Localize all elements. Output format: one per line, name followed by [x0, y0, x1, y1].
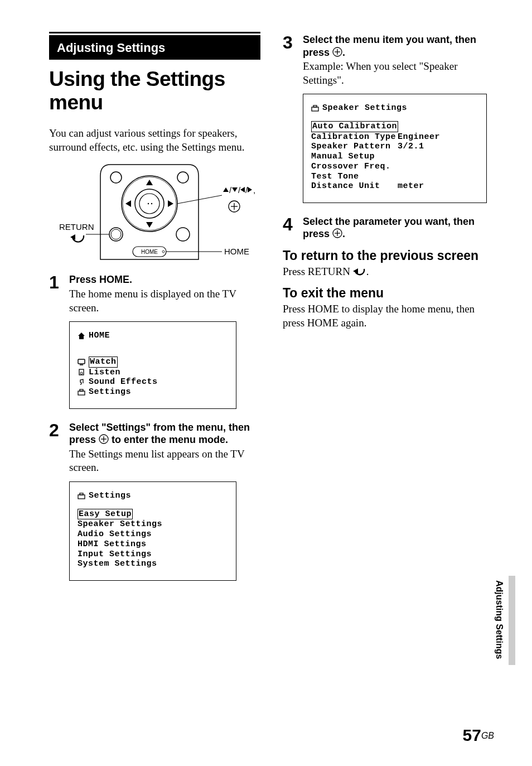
return-icon — [353, 267, 366, 277]
speaker-row-label: Auto Calibration — [311, 121, 398, 132]
exit-body: Press HOME to display the home menu, the… — [283, 302, 494, 330]
svg-marker-21 — [223, 187, 229, 192]
speaker-row-label: Crossover Freq. — [311, 162, 391, 171]
step3-desc: Example: When you select "Speaker Settin… — [303, 60, 494, 87]
svg-text:/: / — [229, 185, 232, 195]
step-number: 2 — [49, 421, 69, 439]
settings-item: HDMI Settings — [78, 539, 228, 550]
svg-text:/: / — [238, 185, 241, 195]
return-body: Press RETURN . — [283, 265, 494, 279]
home-icon — [78, 332, 85, 340]
speaker-settings-screenshot: Speaker Settings Auto Calibration Calibr… — [303, 94, 487, 203]
svg-point-36 — [80, 372, 83, 374]
intro-paragraph: You can adjust various settings for spea… — [49, 127, 260, 154]
enter-icon — [332, 47, 342, 57]
page-number: 57GB — [463, 726, 495, 745]
page-title: Using the Settings menu — [49, 68, 260, 114]
step2-desc: The Settings menu list appears on the TV… — [69, 447, 260, 475]
step-number: 3 — [283, 33, 303, 51]
screen-title: Settings — [89, 491, 131, 501]
speaker-row-label: Speaker Pattern — [311, 142, 398, 152]
remote-diagram: HOME RETURN / / / , — [55, 162, 255, 262]
svg-rect-33 — [78, 359, 85, 364]
enter-icon — [332, 228, 342, 238]
svg-rect-37 — [78, 391, 85, 395]
step4-heading: Select the parameter you want, then pres… — [303, 215, 494, 240]
side-tab-mark — [509, 576, 515, 665]
speaker-row-value: meter — [398, 181, 424, 191]
speaker-row-value: 3/2.1 — [398, 142, 424, 151]
home-button-label: HOME — [141, 249, 158, 255]
toolbox-icon — [78, 389, 85, 396]
enter-icon — [99, 434, 109, 444]
step1-heading: Press HOME. — [69, 273, 260, 286]
menu-item-watch: Watch — [89, 356, 118, 368]
svg-point-6 — [147, 203, 148, 204]
settings-item: Speaker Settings — [78, 519, 228, 529]
return-heading: To return to the previous screen — [283, 248, 494, 263]
settings-item: Audio Settings — [78, 529, 228, 539]
screen-title: HOME — [89, 331, 110, 341]
tv-icon — [78, 359, 85, 365]
svg-rect-42 — [78, 495, 85, 499]
svg-text:,: , — [253, 185, 255, 195]
toolbox-icon — [311, 105, 319, 112]
speaker-row-label: Calibration Type — [311, 132, 398, 142]
speaker-row-label: Test Tone — [311, 172, 359, 181]
menu-item-listen: Listen — [89, 368, 120, 378]
svg-point-7 — [151, 203, 152, 204]
svg-rect-48 — [313, 105, 317, 107]
note-icon — [78, 379, 85, 386]
step-number: 4 — [283, 215, 303, 233]
speaker-row-label: Manual Setup — [311, 152, 375, 161]
settings-item: Input Settings — [78, 550, 228, 560]
speaker-row-label: Distance Unit — [311, 181, 398, 191]
step2-heading: Select "Settings" from the menu, then pr… — [69, 421, 260, 446]
step3-heading: Select the menu item you want, then pres… — [303, 33, 494, 59]
step1-desc: The home menu is displayed on the TV scr… — [69, 287, 260, 315]
svg-marker-32 — [78, 333, 85, 339]
menu-item-settings: Settings — [89, 387, 131, 397]
svg-rect-43 — [80, 493, 83, 495]
section-header: Adjusting Settings — [49, 33, 260, 60]
settings-menu-screenshot: Settings Easy Setup Speaker Settings Aud… — [69, 481, 236, 581]
toolbox-icon — [78, 493, 85, 499]
exit-heading: To exit the menu — [283, 286, 494, 300]
svg-rect-38 — [80, 389, 83, 391]
side-tab: Adjusting Settings — [494, 580, 504, 659]
home-label: HOME — [224, 247, 249, 256]
home-menu-screenshot: HOME Watch Listen Sound Effects Settings — [69, 321, 236, 408]
screen-title: Speaker Settings — [322, 103, 407, 113]
svg-marker-25 — [240, 187, 245, 192]
svg-rect-47 — [312, 107, 318, 111]
speaker-row-value: Engineer — [398, 132, 440, 142]
return-label: RETURN — [59, 222, 94, 232]
svg-marker-23 — [232, 187, 238, 192]
menu-item-sound: Sound Effects — [89, 377, 158, 387]
settings-item: System Settings — [78, 559, 228, 569]
settings-item: Easy Setup — [78, 509, 133, 520]
speaker-icon — [78, 369, 85, 375]
step-number: 1 — [49, 273, 69, 291]
svg-marker-27 — [248, 187, 252, 192]
